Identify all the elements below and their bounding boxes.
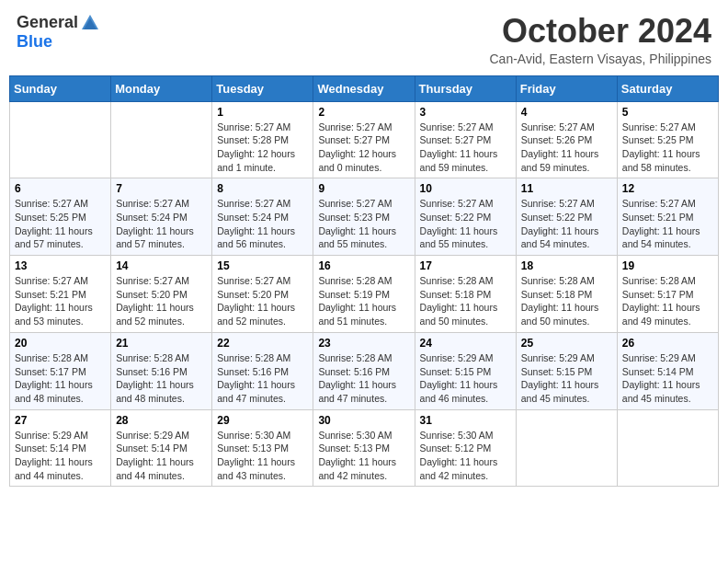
day-number: 13 [15,259,106,272]
day-number: 10 [420,182,511,195]
day-info: Sunrise: 5:27 AMSunset: 5:25 PMDaylight:… [15,197,106,251]
day-number: 25 [521,337,612,350]
calendar-week-5: 27 Sunrise: 5:29 AMSunset: 5:14 PMDaylig… [10,409,719,487]
day-number: 19 [622,259,713,272]
day-info: Sunrise: 5:27 AMSunset: 5:25 PMDaylight:… [622,121,713,175]
day-info: Sunrise: 5:28 AMSunset: 5:18 PMDaylight:… [420,274,511,328]
day-number: 21 [116,337,207,350]
day-info: Sunrise: 5:27 AMSunset: 5:28 PMDaylight:… [217,121,308,175]
day-info: Sunrise: 5:27 AMSunset: 5:21 PMDaylight:… [15,274,106,328]
day-info: Sunrise: 5:30 AMSunset: 5:13 PMDaylight:… [318,429,409,483]
day-info: Sunrise: 5:29 AMSunset: 5:14 PMDaylight:… [622,351,713,406]
day-info: Sunrise: 5:27 AMSunset: 5:26 PMDaylight:… [521,121,612,175]
calendar-cell: 25 Sunrise: 5:29 AMSunset: 5:15 PMDaylig… [516,332,617,409]
day-info: Sunrise: 5:28 AMSunset: 5:18 PMDaylight:… [521,274,612,328]
calendar-cell: 31 Sunrise: 5:30 AMSunset: 5:12 PMDaylig… [415,409,516,487]
month-title: October 2024 [490,13,712,50]
logo-general: General [17,14,78,32]
calendar-cell: 19 Sunrise: 5:28 AMSunset: 5:17 PMDaylig… [617,256,718,333]
calendar-week-4: 20 Sunrise: 5:28 AMSunset: 5:17 PMDaylig… [10,332,719,409]
calendar-week-3: 13 Sunrise: 5:27 AMSunset: 5:21 PMDaylig… [10,256,719,333]
calendar-cell: 1 Sunrise: 5:27 AMSunset: 5:28 PMDayligh… [212,101,313,178]
weekday-header-thursday: Thursday [415,75,516,101]
calendar-cell: 23 Sunrise: 5:28 AMSunset: 5:16 PMDaylig… [313,332,415,409]
calendar-cell: 15 Sunrise: 5:27 AMSunset: 5:20 PMDaylig… [212,256,313,333]
weekday-header-wednesday: Wednesday [313,75,415,101]
day-number: 8 [217,182,308,195]
logo: General Blue [17,13,100,52]
day-info: Sunrise: 5:27 AMSunset: 5:27 PMDaylight:… [318,121,409,175]
title-section: October 2024 Can-Avid, Eastern Visayas, … [490,13,712,66]
calendar-cell: 21 Sunrise: 5:28 AMSunset: 5:16 PMDaylig… [111,332,212,409]
day-info: Sunrise: 5:28 AMSunset: 5:16 PMDaylight:… [217,351,308,406]
logo-blue: Blue [17,32,52,51]
day-info: Sunrise: 5:29 AMSunset: 5:15 PMDaylight:… [420,351,511,406]
weekday-header-row: SundayMondayTuesdayWednesdayThursdayFrid… [10,75,719,101]
day-number: 14 [116,259,207,272]
calendar-cell: 20 Sunrise: 5:28 AMSunset: 5:17 PMDaylig… [10,332,111,409]
day-number: 22 [217,337,308,350]
day-number: 5 [622,106,713,119]
day-number: 18 [521,259,612,272]
day-info: Sunrise: 5:28 AMSunset: 5:19 PMDaylight:… [318,274,409,328]
calendar-body: 1 Sunrise: 5:27 AMSunset: 5:28 PMDayligh… [10,101,719,487]
calendar-cell: 30 Sunrise: 5:30 AMSunset: 5:13 PMDaylig… [313,409,415,487]
day-info: Sunrise: 5:30 AMSunset: 5:12 PMDaylight:… [420,429,511,483]
day-number: 31 [420,414,511,427]
calendar-table: SundayMondayTuesdayWednesdayThursdayFrid… [9,75,719,488]
day-number: 27 [15,414,106,427]
calendar-cell: 11 Sunrise: 5:27 AMSunset: 5:22 PMDaylig… [516,178,617,256]
calendar-cell: 26 Sunrise: 5:29 AMSunset: 5:14 PMDaylig… [617,332,718,409]
day-info: Sunrise: 5:28 AMSunset: 5:17 PMDaylight:… [15,351,106,406]
day-info: Sunrise: 5:27 AMSunset: 5:23 PMDaylight:… [318,197,409,251]
day-info: Sunrise: 5:28 AMSunset: 5:16 PMDaylight:… [318,351,409,406]
calendar-cell: 5 Sunrise: 5:27 AMSunset: 5:25 PMDayligh… [617,101,718,178]
weekday-header-monday: Monday [111,75,212,101]
day-number: 9 [318,182,409,195]
day-info: Sunrise: 5:27 AMSunset: 5:22 PMDaylight:… [521,197,612,251]
day-info: Sunrise: 5:27 AMSunset: 5:22 PMDaylight:… [420,197,511,251]
calendar-cell: 22 Sunrise: 5:28 AMSunset: 5:16 PMDaylig… [212,332,313,409]
calendar-cell: 6 Sunrise: 5:27 AMSunset: 5:25 PMDayligh… [10,178,111,256]
day-number: 16 [318,259,409,272]
calendar-cell: 13 Sunrise: 5:27 AMSunset: 5:21 PMDaylig… [10,256,111,333]
calendar-cell: 10 Sunrise: 5:27 AMSunset: 5:22 PMDaylig… [415,178,516,256]
day-number: 17 [420,259,511,272]
calendar-cell: 12 Sunrise: 5:27 AMSunset: 5:21 PMDaylig… [617,178,718,256]
calendar-cell: 8 Sunrise: 5:27 AMSunset: 5:24 PMDayligh… [212,178,313,256]
day-number: 20 [15,337,106,350]
day-info: Sunrise: 5:27 AMSunset: 5:24 PMDaylight:… [217,197,308,251]
calendar-cell [111,101,212,178]
day-info: Sunrise: 5:29 AMSunset: 5:14 PMDaylight:… [15,429,106,483]
day-number: 26 [622,337,713,350]
day-info: Sunrise: 5:27 AMSunset: 5:21 PMDaylight:… [622,197,713,251]
calendar-cell: 3 Sunrise: 5:27 AMSunset: 5:27 PMDayligh… [415,101,516,178]
day-number: 28 [116,414,207,427]
day-number: 1 [217,106,308,119]
day-number: 7 [116,182,207,195]
calendar-week-2: 6 Sunrise: 5:27 AMSunset: 5:25 PMDayligh… [10,178,719,256]
day-number: 4 [521,106,612,119]
day-number: 30 [318,414,409,427]
day-info: Sunrise: 5:27 AMSunset: 5:20 PMDaylight:… [217,274,308,328]
day-info: Sunrise: 5:29 AMSunset: 5:14 PMDaylight:… [116,429,207,483]
weekday-header-friday: Friday [516,75,617,101]
day-info: Sunrise: 5:28 AMSunset: 5:17 PMDaylight:… [622,274,713,328]
calendar-cell: 7 Sunrise: 5:27 AMSunset: 5:24 PMDayligh… [111,178,212,256]
day-number: 15 [217,259,308,272]
calendar-week-1: 1 Sunrise: 5:27 AMSunset: 5:28 PMDayligh… [10,101,719,178]
day-info: Sunrise: 5:27 AMSunset: 5:24 PMDaylight:… [116,197,207,251]
day-number: 23 [318,337,409,350]
day-info: Sunrise: 5:27 AMSunset: 5:20 PMDaylight:… [116,274,207,328]
day-number: 6 [15,182,106,195]
calendar-cell: 16 Sunrise: 5:28 AMSunset: 5:19 PMDaylig… [313,256,415,333]
calendar-cell: 28 Sunrise: 5:29 AMSunset: 5:14 PMDaylig… [111,409,212,487]
day-info: Sunrise: 5:30 AMSunset: 5:13 PMDaylight:… [217,429,308,483]
calendar-cell [617,409,718,487]
calendar-cell [10,101,111,178]
day-number: 3 [420,106,511,119]
day-number: 12 [622,182,713,195]
location-title: Can-Avid, Eastern Visayas, Philippines [490,52,712,66]
weekday-header-sunday: Sunday [10,75,111,101]
calendar-cell: 29 Sunrise: 5:30 AMSunset: 5:13 PMDaylig… [212,409,313,487]
